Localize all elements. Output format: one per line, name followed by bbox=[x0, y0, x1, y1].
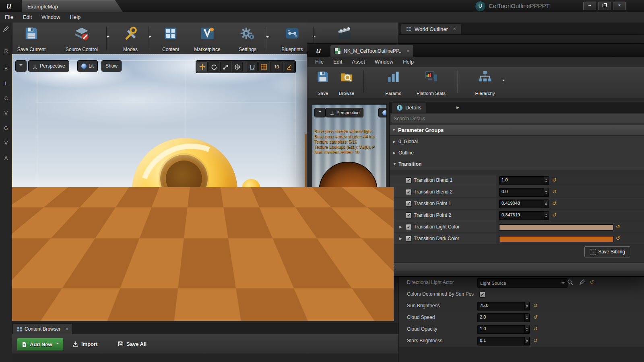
reset-icon[interactable]: ↺ bbox=[533, 303, 538, 308]
details-tab[interactable]: i Details bbox=[392, 103, 426, 113]
stars-brightness-field[interactable]: 0.1 bbox=[477, 337, 530, 346]
browse-to-asset-icon[interactable] bbox=[567, 279, 573, 285]
cloud-speed-field[interactable]: 2.0 bbox=[477, 313, 530, 322]
reset-icon[interactable]: ↺ bbox=[552, 177, 557, 183]
modes-button[interactable]: Modes bbox=[111, 25, 150, 53]
collapsed-tab-letter[interactable]: R bbox=[0, 48, 12, 54]
reset-icon[interactable]: ↺ bbox=[533, 326, 538, 331]
value-spinner[interactable] bbox=[544, 188, 549, 196]
world-outliner-tab[interactable]: World Outliner × bbox=[401, 24, 461, 34]
rotate-tool-button[interactable] bbox=[208, 62, 219, 72]
menu-file[interactable]: File bbox=[310, 57, 328, 67]
preview-perspective-button[interactable]: Perspective bbox=[326, 108, 363, 117]
param-value-field[interactable]: 1.0 bbox=[499, 176, 549, 185]
color-swatch[interactable] bbox=[499, 224, 613, 230]
sphere-actor[interactable] bbox=[242, 179, 260, 197]
expand-icon[interactable]: ▶ bbox=[399, 237, 402, 241]
preview-shape-sphere-button[interactable] bbox=[328, 263, 341, 274]
expand-icon[interactable]: ▶ bbox=[393, 151, 396, 155]
pencil-icon[interactable] bbox=[3, 26, 9, 32]
marketplace-button[interactable]: Marketplace bbox=[184, 25, 230, 53]
collapsed-tab-letter[interactable]: L bbox=[0, 81, 12, 86]
source-control-button[interactable]: Source Control bbox=[56, 25, 108, 53]
preview-options-dropdown[interactable] bbox=[314, 108, 326, 117]
world-coordinate-button[interactable] bbox=[232, 62, 243, 72]
value-spinner[interactable] bbox=[544, 212, 549, 220]
save-all-button[interactable]: Save All bbox=[118, 338, 147, 350]
menu-window[interactable]: Window bbox=[37, 12, 65, 23]
param-value-field[interactable]: 0.847619 bbox=[499, 211, 549, 220]
parameter-groups-header[interactable]: ▼ Parameter Groups bbox=[390, 125, 644, 136]
save-sibling-button[interactable]: → Save Sibling bbox=[584, 246, 630, 257]
collapsed-tab-letter[interactable]: V bbox=[0, 140, 12, 146]
param-group-row[interactable]: ▶ Outline bbox=[390, 147, 644, 159]
param-group-row[interactable]: ▶ 0_Global bbox=[390, 136, 644, 148]
reset-icon[interactable]: ↺ bbox=[590, 280, 594, 285]
param-checkbox[interactable]: ✓ bbox=[406, 177, 412, 183]
import-button[interactable]: Import bbox=[72, 338, 97, 350]
expand-icon[interactable]: ▶ bbox=[393, 140, 396, 144]
param-value-field[interactable]: 0.0 bbox=[499, 188, 549, 197]
sun-pos-checkbox[interactable]: ✓ bbox=[479, 292, 485, 298]
restore-button[interactable] bbox=[598, 2, 611, 10]
collapsed-tab-letter[interactable]: V bbox=[0, 111, 12, 116]
eyedropper-icon[interactable] bbox=[579, 279, 585, 285]
rotation-snap-button[interactable] bbox=[284, 62, 295, 72]
menu-help[interactable]: Help bbox=[65, 12, 86, 23]
chevron-down-icon[interactable] bbox=[106, 36, 109, 39]
reset-icon[interactable]: ↺ bbox=[552, 189, 557, 194]
menu-edit[interactable]: Edit bbox=[328, 57, 347, 67]
scale-tool-button[interactable] bbox=[220, 62, 231, 72]
chevron-down-icon[interactable] bbox=[266, 36, 269, 39]
preview-shape-cube-button[interactable] bbox=[356, 263, 369, 274]
titlebar[interactable]: u ExampleMap CelToonOutlinePPPPT – × bbox=[0, 0, 644, 12]
perspective-mode-button[interactable]: Perspective bbox=[28, 60, 69, 72]
add-new-button[interactable]: Add New bbox=[17, 338, 64, 351]
value-spinner[interactable] bbox=[524, 337, 529, 345]
preview-shape-cylinder-button[interactable] bbox=[315, 263, 328, 274]
content-button[interactable]: Content bbox=[153, 25, 188, 53]
minimize-button[interactable]: – bbox=[583, 2, 596, 10]
value-spinner[interactable] bbox=[524, 302, 529, 310]
menu-help[interactable]: Help bbox=[398, 57, 419, 67]
viewport-options-dropdown[interactable] bbox=[15, 60, 27, 72]
reset-icon[interactable]: ↺ bbox=[552, 201, 557, 206]
menu-file[interactable]: File bbox=[0, 12, 18, 23]
param-checkbox[interactable]: ✓ bbox=[406, 236, 412, 242]
expand-icon[interactable]: ▶ bbox=[399, 225, 402, 229]
reset-icon[interactable]: ↺ bbox=[552, 212, 557, 218]
menu-window[interactable]: Window bbox=[370, 57, 398, 67]
content-browser-tab[interactable]: Content Browser × bbox=[13, 324, 72, 334]
preview-shape-teapot-button[interactable] bbox=[369, 263, 382, 274]
value-spinner[interactable] bbox=[544, 200, 549, 208]
collapsed-tab-letter[interactable]: G bbox=[0, 125, 12, 131]
surface-snap-button[interactable] bbox=[247, 62, 258, 72]
show-flags-button[interactable]: Show bbox=[101, 60, 122, 72]
close-icon[interactable]: × bbox=[407, 48, 409, 54]
chevron-down-icon[interactable] bbox=[502, 80, 505, 83]
close-icon[interactable]: × bbox=[453, 26, 456, 32]
lit-mode-button[interactable]: Lit bbox=[77, 60, 98, 72]
grid-snap-value[interactable]: 10 bbox=[270, 62, 283, 72]
menu-edit[interactable]: Edit bbox=[18, 12, 37, 23]
material-preview-viewport[interactable]: Base pass shader without light Base pass… bbox=[312, 104, 387, 276]
tab-arrow-icon[interactable]: ▶ bbox=[456, 105, 459, 109]
material-asset-tab[interactable]: NK_M_CelToonOutlinePP.. × bbox=[330, 45, 413, 57]
close-icon[interactable]: × bbox=[65, 326, 68, 332]
reset-icon[interactable]: ↺ bbox=[616, 224, 620, 229]
param-checkbox[interactable]: ✓ bbox=[406, 189, 412, 195]
value-spinner[interactable] bbox=[524, 314, 529, 322]
material-browse-button[interactable]: Browse bbox=[333, 69, 360, 97]
collapsed-tab-letter[interactable]: C bbox=[0, 96, 12, 101]
menu-asset[interactable]: Asset bbox=[347, 57, 370, 67]
material-window-titlebar[interactable]: u NK_M_CelToonOutlinePP.. × bbox=[307, 44, 644, 57]
param-checkbox[interactable]: ✓ bbox=[406, 224, 412, 230]
save-current-button[interactable]: Save Current bbox=[6, 25, 56, 53]
collapsed-tab-letter[interactable]: B bbox=[0, 66, 12, 72]
hierarchy-button[interactable]: Hierarchy bbox=[466, 69, 504, 97]
value-spinner[interactable] bbox=[524, 325, 529, 333]
material-save-button[interactable]: Save bbox=[310, 69, 335, 97]
param-value-field[interactable]: 0.419048 bbox=[499, 200, 549, 208]
collapse-icon[interactable]: ▼ bbox=[393, 162, 396, 166]
grid-snap-button[interactable] bbox=[258, 62, 269, 72]
